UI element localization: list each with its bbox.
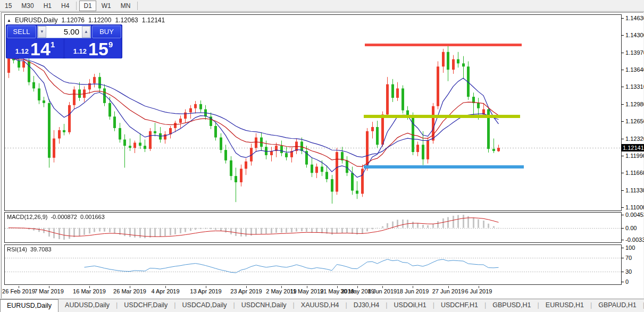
chart-symbol: EURUSD,Daily xyxy=(15,16,58,24)
sell-button[interactable]: SELL xyxy=(7,26,36,38)
date-axis-label: 27 Jun 2019 xyxy=(432,288,465,294)
macd-label: MACD(12,26,9) xyxy=(7,214,47,220)
price-axis-label: 1.11000 xyxy=(625,204,644,210)
price-axis-label: 1.12650 xyxy=(625,118,644,124)
price-tick xyxy=(621,104,624,105)
timeframe-button-W1[interactable]: W1 xyxy=(97,1,115,11)
chart-tab-USDOil-H1[interactable]: USDOil,H1 xyxy=(388,299,433,312)
price-tick xyxy=(621,139,624,139)
timeframe-button-M30[interactable]: M30 xyxy=(17,1,38,11)
macd-tick xyxy=(621,240,624,240)
price-tick xyxy=(621,87,624,87)
price-tick xyxy=(621,35,624,36)
chart-tab-GBPUSD-H1[interactable]: GBPUSD,H1 xyxy=(486,299,537,312)
rsi-tick xyxy=(621,272,624,272)
price-tick xyxy=(621,173,624,173)
price-axis-label: 1.13970 xyxy=(625,49,644,56)
chart-tab-GBPAUD-H1[interactable]: GBPAUD,H1 xyxy=(592,299,642,312)
date-axis-label: 6 Jul 2019 xyxy=(465,288,492,294)
timeframe-button-H4[interactable]: H4 xyxy=(57,1,73,11)
chart-tab-EURUSD-H1[interactable]: EURUSD,H1 xyxy=(539,299,590,312)
rsi-tick xyxy=(621,248,624,248)
sell-price-prefix: 1.12 xyxy=(15,47,29,55)
chart-header: ▲ EURUSD,Daily 1.12076 1.12200 1.12063 1… xyxy=(7,16,165,24)
volume-stepper: ▼ 5.00 ▲ xyxy=(37,26,91,38)
volume-decrease-icon[interactable]: ▼ xyxy=(38,26,46,38)
bar-close: 1.12141 xyxy=(142,16,165,24)
current-price-tag: 1.12141 xyxy=(621,144,644,151)
rsi-tick xyxy=(621,258,624,258)
macd-value-signal: 0.001663 xyxy=(80,214,105,220)
price-axis-label: 1.11990 xyxy=(625,153,644,159)
date-axis-label: 8 Jun 2019 xyxy=(368,288,397,294)
buy-price-main: 15 xyxy=(88,39,108,58)
price-axis-label: 1.14630 xyxy=(625,15,644,21)
macd-tick xyxy=(621,228,624,229)
buy-price[interactable]: 1.12 15 9 xyxy=(65,39,121,58)
buy-price-pip: 9 xyxy=(108,40,113,49)
timeframe-button-15[interactable]: 15 xyxy=(1,1,16,11)
date-axis-label: 16 Mar 2019 xyxy=(73,288,106,294)
rsi-value: 39.7083 xyxy=(30,246,52,252)
price-tick xyxy=(621,207,624,208)
date-axis-label: 7 Mar 2019 xyxy=(34,288,64,294)
chart-tab-DJ30-H4[interactable]: DJ30,H4 xyxy=(347,299,386,312)
price-tick xyxy=(621,121,624,122)
price-axis-label: 1.13640 xyxy=(625,66,644,73)
rsi-axis-label: 100 xyxy=(625,244,635,251)
bar-high: 1.12200 xyxy=(88,16,111,24)
date-axis-label: 23 Apr 2019 xyxy=(230,288,262,294)
macd-header: MACD(12,26,9) -0.000872 0.001663 xyxy=(7,214,105,220)
rsi-axis-label: 70 xyxy=(625,255,632,261)
price-axis-label: 1.11660 xyxy=(625,170,644,176)
timeframe-button-H1[interactable]: H1 xyxy=(39,1,56,11)
price-tick xyxy=(621,53,624,53)
volume-value[interactable]: 5.00 xyxy=(46,26,82,38)
price-axis-label: 1.11330 xyxy=(625,187,644,193)
date-axis-label: 13 Apr 2019 xyxy=(190,288,221,294)
one-click-trade-panel: SELL ▼ 5.00 ▲ BUY 1.12 14 1 1.12 15 9 xyxy=(6,24,122,58)
timeframe-toolbar: 15M30H1H4D1W1MN xyxy=(0,0,644,12)
sell-price[interactable]: 1.12 14 1 xyxy=(7,39,63,58)
price-axis-label: 1.14300 xyxy=(625,32,644,38)
chart-tab-USDCHF-H1[interactable]: USDCHF,H1 xyxy=(434,299,484,312)
date-axis-label: 26 Feb 2019 xyxy=(2,288,35,294)
price-tick xyxy=(621,190,624,191)
sell-price-pip: 1 xyxy=(51,40,55,49)
timeframe-button-D1[interactable]: D1 xyxy=(79,1,96,11)
price-tick xyxy=(621,18,624,19)
rsi-axis-label: 30 xyxy=(625,268,632,275)
trading-terminal: 15M30H1H4D1W1MN ▲ EURUSD,Daily 1.12076 1… xyxy=(0,0,644,312)
chart-tab-USDCHF-Daily[interactable]: USDCHF,Daily xyxy=(118,299,174,312)
bar-low: 1.12063 xyxy=(115,16,138,24)
collapse-panel-icon[interactable]: ▲ xyxy=(7,18,11,23)
date-axis-label: 4 Apr 2019 xyxy=(151,288,179,294)
date-axis-label: 26 Mar 2019 xyxy=(113,288,146,294)
macd-axis-label: -0.003362 xyxy=(625,237,644,243)
price-axis-label: 1.13310 xyxy=(625,83,644,90)
chart-tab-AUDUSD-Daily[interactable]: AUDUSD,Daily xyxy=(58,299,116,312)
price-tick xyxy=(621,70,624,70)
price-axis-label: 1.12320 xyxy=(625,136,644,142)
timeframe-button-MN[interactable]: MN xyxy=(116,1,135,11)
chart-tab-USDCAD-Daily[interactable]: USDCAD,Daily xyxy=(176,299,233,312)
macd-tick xyxy=(621,215,624,215)
buy-button[interactable]: BUY xyxy=(92,26,121,38)
macd-axis-label: 0.004537 xyxy=(625,212,644,218)
rsi-axis-label: 0 xyxy=(625,279,629,285)
chart-tab-XAUUSD-H4[interactable]: XAUUSD,H4 xyxy=(295,299,346,312)
sell-price-main: 14 xyxy=(30,39,51,58)
toolbar-separator xyxy=(137,2,138,10)
volume-increase-icon[interactable]: ▲ xyxy=(82,26,90,38)
rsi-canvas[interactable] xyxy=(5,245,621,284)
chart-tab-USDCNH-Daily[interactable]: USDCNH,Daily xyxy=(235,299,293,312)
bar-open: 1.12076 xyxy=(62,16,85,24)
chart-tabs-bar: EURUSD,DailyAUDUSD,Daily|USDCHF,Daily|US… xyxy=(0,299,644,312)
date-axis-label: 11 May 2019 xyxy=(290,288,324,294)
toolbar-separator xyxy=(76,2,77,10)
macd-value-main: -0.000872 xyxy=(51,214,77,220)
chart-tab-EURUSD-Daily[interactable]: EURUSD,Daily xyxy=(0,299,58,312)
rsi-header: RSI(14) 39.7083 xyxy=(7,246,52,252)
macd-axis-label: 0.00 xyxy=(625,225,637,231)
buy-price-prefix: 1.12 xyxy=(73,47,87,55)
